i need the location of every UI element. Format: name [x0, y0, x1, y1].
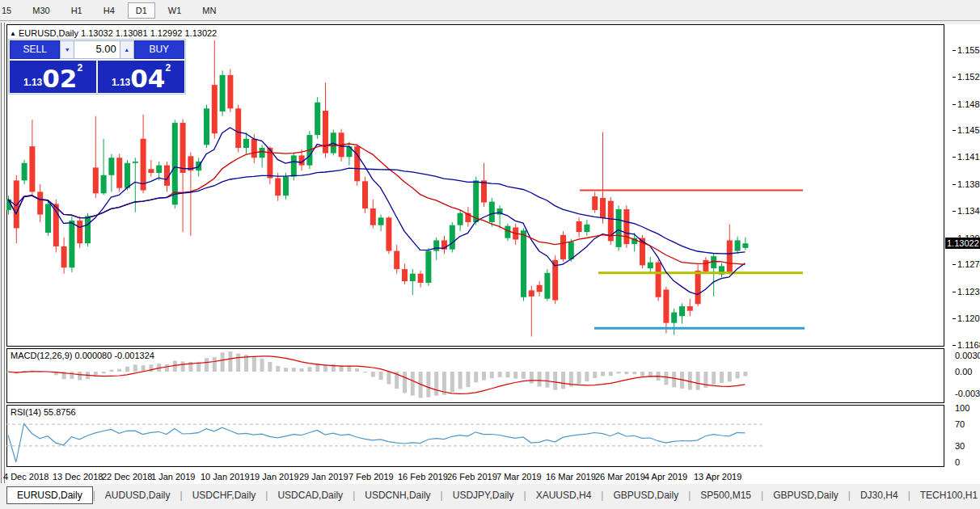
ask-pip-digit: 2	[165, 62, 171, 74]
date-axis-label: 29 Jan 2019	[299, 472, 348, 482]
chart-symbol-period: EURUSD,Daily	[19, 28, 78, 38]
sell-button[interactable]: SELL	[10, 40, 60, 59]
timeframe-button-mn[interactable]: MN	[194, 2, 224, 19]
macd-scale-label: -0.003947	[955, 389, 980, 398]
chart-ohlc-values: 1.13032 1.13081 1.12992 1.13022	[81, 28, 217, 38]
axis-tick	[953, 157, 956, 158]
date-axis-label: 22 Dec 2018	[102, 472, 152, 482]
chart-tab[interactable]: GBPUSD,Daily	[603, 487, 688, 503]
date-axis-label: 4 Apr 2019	[644, 472, 687, 482]
volume-input[interactable]: 5.00	[74, 40, 120, 59]
axis-tick	[953, 77, 956, 78]
price-axis-label: 1.14510	[957, 125, 980, 135]
bid-prefix: 1.13	[23, 77, 42, 88]
date-axis-label: 16 Mar 2019	[546, 472, 596, 482]
price-axis-label: 1.14160	[957, 152, 980, 162]
rsi-scale-label: 30	[955, 441, 965, 451]
symbol-tab-bar: EURUSD,Daily|AUDUSD,Daily|USDCHF,Daily|U…	[0, 485, 980, 505]
axis-tick	[953, 211, 956, 212]
chart-tab[interactable]: DJ30,H4	[851, 487, 908, 503]
timeframe-button-w1[interactable]: W1	[160, 2, 190, 19]
macd-scale-label: 0.003095	[955, 351, 980, 360]
price-axis-label: 1.15220	[957, 72, 980, 82]
current-price-tag: 1.13022	[945, 238, 980, 249]
chart-title: ▲ EURUSD,Daily 1.13032 1.13081 1.12992 1…	[10, 28, 217, 38]
timeframe-button-h4[interactable]: H4	[95, 2, 123, 19]
axis-tick	[953, 50, 956, 51]
rsi-scale-label: 70	[955, 419, 965, 429]
timeframe-button-15[interactable]: 15	[0, 2, 19, 19]
axis-tick	[953, 345, 956, 346]
chart-tab[interactable]: SP500,M15	[691, 487, 761, 503]
chart-tab[interactable]: TECH100,H1	[910, 487, 980, 503]
timeframe-toolbar: 15M30H1H4D1W1MN	[0, 0, 980, 21]
price-axis-label: 1.13800	[957, 179, 980, 189]
price-axis-label: 1.11680	[957, 340, 980, 350]
date-axis-label: 13 Dec 2018	[53, 472, 103, 482]
chart-tab[interactable]: XAUUSD,H4	[526, 487, 602, 503]
date-axis[interactable]: 4 Dec 201813 Dec 201822 Dec 20181 Jan 20…	[6, 467, 980, 484]
status-bar	[0, 505, 980, 509]
buy-button[interactable]: BUY	[134, 40, 184, 59]
chart-tab[interactable]: AUDUSD,Daily	[95, 487, 180, 503]
price-axis-label: 1.12740	[957, 259, 980, 269]
chart-tab[interactable]: USDCHF,Daily	[183, 487, 266, 503]
date-axis-label: 26 Feb 2019	[447, 472, 497, 482]
date-axis-label: 13 Apr 2019	[694, 472, 741, 482]
one-click-trade-panel: SELL ▼ 5.00 ▲ BUY 1.13022 1.13042	[8, 39, 186, 95]
macd-scale-label: 0.00	[955, 367, 972, 376]
price-axis-label: 1.15570	[957, 45, 980, 55]
rsi-scale-label: 0	[955, 457, 960, 467]
rsi-chart	[6, 405, 944, 467]
price-axis-label: 1.12380	[957, 287, 980, 297]
window-border	[4, 23, 5, 483]
timeframe-button-m30[interactable]: M30	[24, 2, 57, 19]
price-axis-label: 1.14860	[957, 99, 980, 109]
chart-tab[interactable]: USDCAD,Daily	[268, 487, 353, 503]
bid-big-digits: 02	[42, 66, 77, 90]
price-axis-label: 1.12030	[957, 313, 980, 323]
date-axis-label: 16 Feb 2019	[398, 472, 448, 482]
rsi-scale-label: 100	[955, 403, 969, 413]
date-axis-label: 26 Mar 2019	[595, 472, 645, 482]
macd-label: MACD(12,26,9) 0.000080 -0.001324	[11, 351, 154, 360]
chart-tab[interactable]: GBPUSD,Daily	[763, 487, 848, 503]
timeframe-button-d1[interactable]: D1	[128, 2, 155, 19]
trade-panel-toggle-icon[interactable]: ▲	[10, 30, 16, 37]
date-axis-label: 1 Jan 2019	[151, 472, 195, 482]
axis-tick	[953, 318, 956, 319]
axis-tick	[953, 104, 956, 105]
ask-prefix: 1.13	[112, 77, 130, 88]
date-axis-label: 7 Mar 2019	[496, 472, 542, 482]
volume-decrease-button[interactable]: ▼	[60, 40, 74, 59]
ask-big-digits: 04	[130, 66, 165, 90]
chart-window: MACD(12,26,9) 0.000080 -0.001324 RSI(14)…	[6, 24, 980, 484]
window-border	[1, 23, 2, 483]
timeframe-button-h1[interactable]: H1	[63, 2, 91, 19]
chevron-down-icon: ▼	[65, 47, 70, 53]
chart-tab[interactable]: USDCNH,Daily	[355, 487, 440, 503]
rsi-label: RSI(14) 55.8756	[11, 407, 76, 417]
volume-increase-button[interactable]: ▲	[120, 40, 134, 59]
axis-tick	[953, 264, 956, 265]
chevron-up-icon: ▲	[124, 47, 129, 53]
bid-pip-digit: 2	[77, 62, 82, 74]
bid-quote[interactable]: 1.13022	[10, 61, 96, 93]
date-axis-label: 10 Jan 2019	[201, 472, 250, 482]
chart-tab[interactable]: EURUSD,Daily	[6, 486, 93, 504]
axis-tick	[953, 130, 956, 131]
date-axis-label: 4 Dec 2018	[3, 472, 49, 482]
axis-tick	[953, 292, 956, 292]
date-axis-label: 7 Feb 2019	[348, 472, 394, 482]
chart-tab[interactable]: USDJPY,Daily	[443, 487, 524, 503]
ask-quote[interactable]: 1.13042	[98, 61, 184, 93]
date-axis-label: 19 Jan 2019	[250, 472, 299, 482]
axis-tick	[953, 184, 956, 185]
price-axis-label: 1.13450	[957, 206, 980, 216]
